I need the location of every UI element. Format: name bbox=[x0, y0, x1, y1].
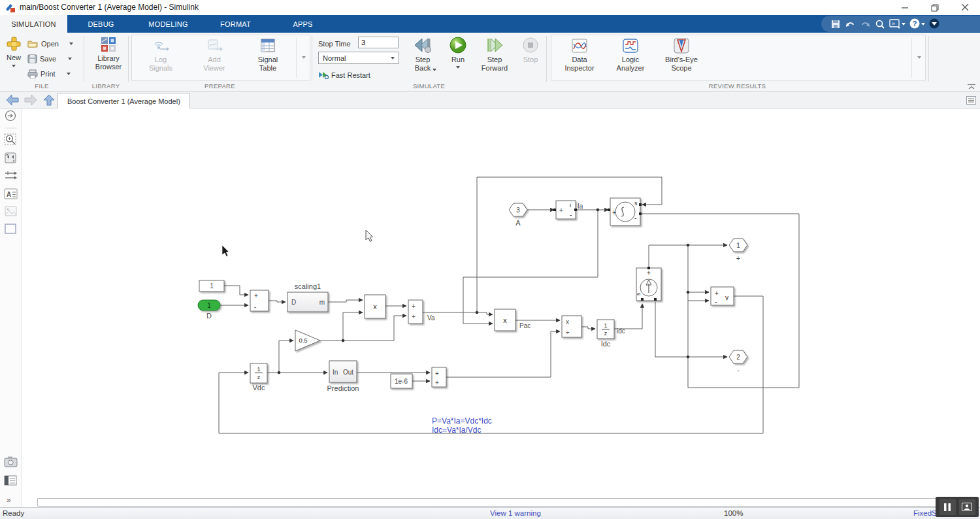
tab-format[interactable]: FORMAT bbox=[202, 15, 269, 33]
svg-text:1e-6: 1e-6 bbox=[395, 378, 408, 385]
sim-mode-select[interactable]: Normal bbox=[318, 52, 399, 64]
tab-modeling[interactable]: MODELING bbox=[135, 15, 202, 33]
dropdown-caret-icon bbox=[391, 57, 395, 59]
svg-text:0.5: 0.5 bbox=[299, 337, 307, 344]
command-window-icon[interactable]: » bbox=[889, 19, 906, 29]
step-back-icon bbox=[414, 37, 432, 54]
logic-analyzer-button[interactable]: Logic Analyzer bbox=[607, 38, 654, 73]
model-annotation[interactable]: P=Va*Ia=Vdc*Idc Idc=Va*Ia/Vdc bbox=[432, 416, 492, 435]
save-label: Save bbox=[40, 55, 56, 63]
stop-button[interactable]: Stop bbox=[517, 37, 544, 64]
section-label-file: FILE bbox=[0, 82, 84, 90]
gallery-expand-caret-icon[interactable] bbox=[917, 56, 921, 59]
library-browser-button[interactable]: Library Browser bbox=[89, 37, 128, 71]
breadcrumb[interactable]: Boost Converter 1 (Average Model) bbox=[57, 93, 190, 109]
constant-1-block[interactable]: 1 bbox=[199, 280, 224, 292]
voltage-measurement-block[interactable]: + - v bbox=[711, 287, 734, 305]
controlled-voltage-source-block[interactable]: s + - bbox=[608, 198, 642, 226]
step-back-label: Step Back bbox=[410, 56, 435, 73]
run-button[interactable]: Run bbox=[444, 37, 472, 69]
step-back-button[interactable]: Step Back bbox=[406, 37, 439, 73]
constant-1e-6-block[interactable]: 1e-6 bbox=[391, 374, 412, 388]
connection-port-2[interactable]: 2 - bbox=[729, 350, 747, 374]
dropdown-caret-icon bbox=[68, 58, 72, 60]
profile-icon[interactable] bbox=[929, 18, 940, 29]
scaling1-subsystem-block[interactable]: scaling1 D m bbox=[287, 282, 328, 312]
svg-text:+: + bbox=[435, 379, 439, 386]
subsystem-list-icon[interactable] bbox=[966, 96, 976, 105]
new-button[interactable]: New bbox=[3, 36, 24, 67]
sum-block-3[interactable]: + + bbox=[432, 367, 446, 387]
undo-icon[interactable] bbox=[845, 19, 856, 29]
run-icon bbox=[449, 37, 467, 54]
svg-text:1: 1 bbox=[210, 282, 214, 290]
prediction-subsystem-block[interactable]: In Out Prediction bbox=[327, 361, 359, 392]
tab-apps[interactable]: APPS bbox=[269, 15, 336, 33]
gain-block[interactable]: 0.5 bbox=[295, 330, 320, 351]
data-inspector-button[interactable]: Data Inspector bbox=[556, 38, 603, 73]
product-block-1[interactable]: x bbox=[365, 295, 385, 318]
open-label: Open bbox=[41, 40, 59, 48]
back-arrow-icon[interactable] bbox=[6, 94, 19, 106]
window-title: main/Boost Converter 1 (Average Model) -… bbox=[20, 3, 199, 12]
minimize-button[interactable] bbox=[890, 0, 920, 15]
save-icon[interactable] bbox=[830, 19, 841, 29]
stop-label: Stop bbox=[523, 56, 538, 64]
unit-delay-vdc-block[interactable]: 1 z Vdc bbox=[250, 363, 267, 392]
svg-text:÷: ÷ bbox=[566, 329, 570, 336]
open-button[interactable]: Open bbox=[27, 37, 73, 50]
tab-simulation[interactable]: SIMULATION bbox=[0, 15, 67, 33]
view-warning-link[interactable]: View 1 warning bbox=[490, 509, 541, 517]
stop-icon bbox=[522, 37, 539, 54]
tab-debug[interactable]: DEBUG bbox=[67, 15, 135, 33]
webcam-button[interactable] bbox=[959, 499, 975, 515]
connection-port-3[interactable]: 3 A bbox=[509, 203, 527, 227]
svg-text:In: In bbox=[333, 369, 338, 376]
product-block-pac[interactable]: x bbox=[495, 309, 515, 331]
signal-label-ia: Ia bbox=[578, 203, 583, 210]
log-signals-button[interactable]: Log Signals bbox=[136, 38, 186, 73]
unit-delay-idc-block[interactable]: 1 z Idc bbox=[597, 320, 614, 348]
collapse-ribbon-icon[interactable] bbox=[967, 84, 976, 90]
step-forward-button[interactable]: Step Forward bbox=[476, 37, 513, 73]
divide-block[interactable]: x ÷ bbox=[562, 316, 581, 337]
up-to-parent-icon[interactable] bbox=[42, 94, 56, 106]
save-button[interactable]: Save bbox=[27, 52, 72, 65]
forward-arrow-icon[interactable] bbox=[24, 94, 37, 106]
signal-table-button[interactable]: Signal Table bbox=[243, 38, 293, 73]
add-viewer-button[interactable]: Add Viewer bbox=[189, 38, 239, 73]
ribbon-tab-bar: SIMULATION DEBUG MODELING FORMAT APPS » … bbox=[0, 15, 980, 33]
svg-text:Prediction: Prediction bbox=[327, 384, 359, 392]
dropdown-caret-icon bbox=[433, 69, 436, 71]
stop-time-input[interactable] bbox=[358, 37, 399, 48]
gallery-expand-caret-icon[interactable] bbox=[302, 56, 306, 59]
print-button[interactable]: Print bbox=[27, 67, 71, 80]
svg-text:x: x bbox=[503, 316, 507, 324]
inport-d-block[interactable]: 1 D bbox=[198, 300, 220, 320]
restore-button[interactable] bbox=[920, 0, 950, 15]
dropdown-caret-icon bbox=[67, 73, 71, 75]
logic-analyzer-label: Logic Analyzer bbox=[613, 56, 647, 73]
redo-icon[interactable] bbox=[860, 19, 871, 29]
connection-port-1[interactable]: 1 + bbox=[729, 239, 747, 262]
help-icon[interactable]: ? bbox=[909, 18, 925, 29]
fast-restart-button[interactable]: Fast Restart bbox=[318, 68, 370, 82]
search-icon[interactable] bbox=[875, 19, 885, 29]
current-sensor-block[interactable]: + i - bbox=[553, 201, 577, 219]
canvas-bottom-bar[interactable] bbox=[37, 498, 979, 507]
sum-block-1[interactable]: + - bbox=[250, 290, 269, 311]
signal-label-idc: idc bbox=[617, 327, 625, 335]
sim-mode-value: Normal bbox=[323, 54, 346, 62]
svg-text:z: z bbox=[257, 374, 261, 380]
svg-text:1: 1 bbox=[736, 242, 740, 249]
controlled-current-source-block[interactable]: + s bbox=[635, 267, 661, 301]
close-button[interactable] bbox=[950, 0, 980, 15]
svg-text:+: + bbox=[412, 313, 416, 320]
sum-block-2[interactable]: + + bbox=[408, 300, 423, 324]
birdseye-scope-button[interactable]: Bird's-Eye Scope bbox=[658, 38, 705, 73]
data-inspector-icon bbox=[571, 38, 588, 54]
pause-recording-button[interactable] bbox=[939, 499, 956, 515]
svg-text:2: 2 bbox=[736, 354, 740, 361]
signal-label-pac: Pac bbox=[519, 322, 531, 329]
svg-text:scaling1: scaling1 bbox=[295, 282, 321, 290]
